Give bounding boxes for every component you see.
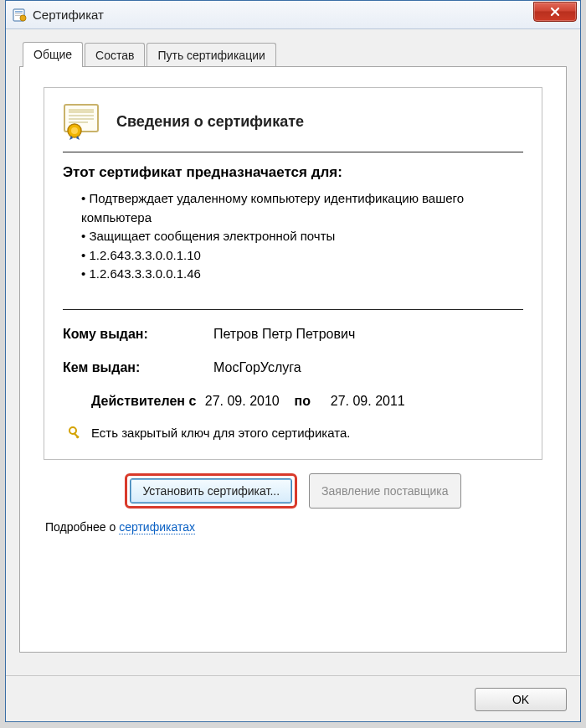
learn-more-prefix: Подробнее о — [45, 520, 119, 534]
install-certificate-button[interactable]: Установить сертификат... — [130, 478, 292, 503]
svg-point-12 — [69, 427, 76, 434]
svg-point-11 — [71, 127, 78, 134]
validity-row: Действителен с 27. 09. 2010 по 27. 09. 2… — [91, 394, 523, 409]
footer-separator — [6, 675, 580, 676]
key-icon — [68, 426, 83, 441]
action-buttons: Установить сертификат... Заявление поста… — [42, 473, 544, 509]
certificate-info-box: Сведения о сертификате Этот сертификат п… — [44, 87, 542, 460]
tab-strip: Общие Состав Путь сертификации — [23, 41, 567, 66]
purpose-item: Подтверждает удаленному компьютеру идент… — [81, 189, 523, 227]
svg-point-4 — [20, 15, 26, 21]
client-area: Общие Состав Путь сертификации — [6, 29, 580, 664]
svg-rect-1 — [15, 11, 23, 13]
divider — [63, 309, 523, 310]
issued-by-value: МосГорУслуга — [213, 360, 523, 375]
window-title: Сертификат — [33, 8, 104, 22]
private-key-row: Есть закрытый ключ для этого сертификата… — [68, 426, 523, 441]
cert-info-title: Сведения о сертификате — [116, 113, 304, 131]
valid-from-label: Действителен с — [91, 394, 196, 408]
tab-cert-path[interactable]: Путь сертификации — [146, 43, 275, 67]
certificate-dialog: Сертификат Общие Состав Путь сертификаци… — [5, 0, 581, 722]
divider — [63, 152, 523, 152]
certificate-app-icon — [13, 8, 28, 23]
valid-to-value: 27. 09. 2011 — [331, 394, 405, 408]
tab-details[interactable]: Состав — [85, 43, 145, 67]
issued-by-label: Кем выдан: — [63, 360, 213, 375]
issued-to-label: Кому выдан: — [63, 327, 213, 342]
issued-to-row: Кому выдан: Петров Петр Петрович — [63, 327, 523, 342]
valid-to-label: по — [295, 394, 311, 408]
purpose-item: Защищает сообщения электронной почты — [81, 227, 523, 246]
purpose-item: 1.2.643.3.3.0.0.1.46 — [81, 265, 523, 284]
private-key-note: Есть закрытый ключ для этого сертификата… — [91, 426, 350, 440]
certificate-icon — [63, 103, 103, 140]
titlebar[interactable]: Сертификат — [6, 1, 580, 29]
issuer-statement-button: Заявление поставщика — [309, 473, 461, 509]
purpose-list: Подтверждает удаленному компьютеру идент… — [81, 189, 523, 284]
learn-more-row: Подробнее о сертификатах — [45, 520, 544, 534]
purpose-item: 1.2.643.3.3.0.0.1.10 — [81, 246, 523, 266]
issued-by-row: Кем выдан: МосГорУслуга — [63, 360, 523, 375]
issued-to-value: Петров Петр Петрович — [213, 327, 523, 342]
tab-general[interactable]: Общие — [23, 42, 83, 67]
certificates-link[interactable]: сертификатах — [119, 520, 195, 534]
valid-from-value: 27. 09. 2010 — [205, 394, 280, 408]
dialog-footer: OK — [475, 688, 567, 711]
tab-panel-general: Сведения о сертификате Этот сертификат п… — [19, 66, 567, 653]
close-button[interactable] — [533, 2, 577, 22]
highlight-annotation: Установить сертификат... — [125, 473, 297, 509]
svg-rect-6 — [69, 109, 94, 113]
purpose-heading: Этот сертификат предназначается для: — [63, 164, 523, 181]
ok-button[interactable]: OK — [475, 688, 567, 711]
svg-rect-2 — [15, 13, 23, 14]
